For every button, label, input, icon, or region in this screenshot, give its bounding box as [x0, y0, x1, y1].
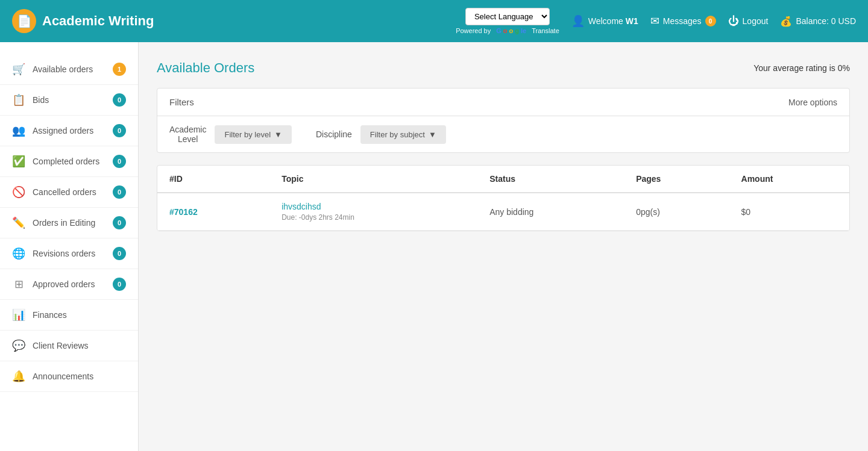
balance-label: Balance: 0 USD: [796, 16, 856, 26]
revisions-orders-badge: 0: [113, 247, 126, 260]
sidebar-item-available-orders[interactable]: 🛒 Available orders 1: [0, 54, 138, 85]
assigned-orders-badge: 0: [113, 124, 126, 137]
messages-button[interactable]: ✉ Messages 0: [650, 14, 716, 28]
welcome-label: Welcome W1: [588, 16, 638, 26]
page-title: Available Orders: [157, 60, 254, 76]
chevron-down-icon: ▼: [274, 130, 282, 139]
avg-rating: Your average rating is 0%: [753, 63, 850, 73]
logout-icon: ⏻: [728, 15, 739, 28]
sidebar-item-label: Available orders: [33, 64, 105, 74]
due-text: Due: -0dys 2hrs 24min: [281, 213, 465, 222]
cell-amount: $0: [729, 193, 849, 231]
cancelled-icon: 🚫: [12, 185, 25, 199]
main-content: Available Orders Your average rating is …: [139, 42, 868, 451]
messages-badge: 0: [705, 16, 716, 26]
revisions-icon: 🌐: [12, 247, 25, 260]
orders-table-body: #70162 ihvsdcihsd Due: -0dys 2hrs 24min …: [157, 193, 849, 231]
completed-icon: ✅: [12, 155, 25, 168]
col-topic: Topic: [269, 166, 477, 193]
available-orders-badge: 1: [113, 63, 126, 76]
main-header: Available Orders Your average rating is …: [157, 60, 850, 76]
cell-status: Any bidding: [477, 193, 624, 231]
sidebar-item-label: Completed orders: [33, 157, 105, 166]
orders-table: #ID Topic Status Pages Amount #70162 ihv…: [157, 166, 849, 231]
logout-button[interactable]: ⏻ Logout: [728, 15, 769, 28]
filters-header: Filters More options: [157, 89, 849, 116]
messages-icon: ✉: [650, 14, 659, 28]
col-amount: Amount: [729, 166, 849, 193]
col-id: #ID: [157, 166, 269, 193]
powered-by-label: Powered by Google Translate: [456, 27, 559, 34]
filter-by-level-button[interactable]: Filter by level ▼: [215, 125, 291, 144]
app-name: Academic Writing: [42, 13, 154, 29]
orders-table-card: #ID Topic Status Pages Amount #70162 ihv…: [157, 165, 850, 231]
completed-orders-badge: 0: [113, 155, 126, 168]
discipline-filter-group: Discipline Filter by subject ▼: [316, 125, 446, 144]
approved-icon: ⊞: [12, 278, 25, 291]
sidebar-item-bids[interactable]: 📋 Bids 0: [0, 85, 138, 116]
chevron-down-icon: ▼: [429, 130, 436, 139]
sidebar: 🛒 Available orders 1 📋 Bids 0 👥 Assigned…: [0, 42, 139, 451]
sidebar-item-cancelled-orders[interactable]: 🚫 Cancelled orders 0: [0, 177, 138, 208]
col-pages: Pages: [624, 166, 729, 193]
sidebar-item-label: Revisions orders: [33, 249, 105, 258]
sidebar-item-client-reviews[interactable]: 💬 Client Reviews: [0, 331, 138, 361]
academic-level-label: AcademicLevel: [169, 125, 206, 144]
announcements-icon: 🔔: [12, 370, 25, 383]
filter-by-subject-button[interactable]: Filter by subject ▼: [360, 125, 446, 144]
editing-icon: ✏️: [12, 216, 25, 229]
sidebar-item-approved-orders[interactable]: ⊞ Approved orders 0: [0, 269, 138, 300]
approved-orders-badge: 0: [113, 278, 126, 291]
editing-orders-badge: 0: [113, 216, 126, 229]
balance-display: 💰 Balance: 0 USD: [780, 16, 856, 27]
sidebar-item-label: Announcements: [33, 372, 126, 381]
topic-link[interactable]: ihvsdcihsd: [281, 202, 465, 211]
filters-body: AcademicLevel Filter by level ▼ Discipli…: [157, 116, 849, 152]
sidebar-item-label: Cancelled orders: [33, 187, 105, 197]
col-status: Status: [477, 166, 624, 193]
messages-label: Messages: [663, 16, 702, 26]
app-logo[interactable]: 📄 Academic Writing: [12, 9, 154, 33]
welcome-user: 👤 Welcome W1: [571, 14, 638, 28]
finances-icon: 📊: [12, 308, 25, 322]
logout-label: Logout: [743, 16, 769, 26]
bids-badge: 0: [113, 93, 126, 107]
user-icon: 👤: [571, 14, 585, 28]
sidebar-item-assigned-orders[interactable]: 👥 Assigned orders 0: [0, 116, 138, 146]
reviews-icon: 💬: [12, 339, 25, 352]
filters-card: Filters More options AcademicLevel Filte…: [157, 88, 850, 153]
sidebar-item-label: Assigned orders: [33, 126, 105, 135]
cell-topic: ihvsdcihsd Due: -0dys 2hrs 24min: [269, 193, 477, 231]
cell-id: #70162: [157, 193, 269, 231]
assigned-icon: 👥: [12, 124, 25, 137]
sidebar-item-label: Client Reviews: [33, 341, 126, 350]
sidebar-item-finances[interactable]: 📊 Finances: [0, 300, 138, 331]
table-header: #ID Topic Status Pages Amount: [157, 166, 849, 193]
header-nav: 👤 Welcome W1 ✉ Messages 0 ⏻ Logout 💰 Bal…: [571, 14, 856, 28]
academic-level-filter-group: AcademicLevel Filter by level ▼: [169, 125, 292, 144]
more-options-button[interactable]: More options: [788, 98, 837, 107]
logo-icon: 📄: [12, 9, 36, 33]
table-row: #70162 ihvsdcihsd Due: -0dys 2hrs 24min …: [157, 193, 849, 231]
discipline-label: Discipline: [316, 129, 352, 139]
sidebar-item-label: Finances: [33, 310, 126, 320]
sidebar-item-orders-in-editing[interactable]: ✏️ Orders in Editing 0: [0, 208, 138, 238]
cancelled-orders-badge: 0: [113, 185, 126, 199]
sidebar-item-revisions-orders[interactable]: 🌐 Revisions orders 0: [0, 238, 138, 269]
balance-icon: 💰: [780, 16, 792, 27]
bids-icon: 📋: [12, 93, 25, 107]
order-id-link[interactable]: #70162: [169, 207, 198, 217]
page-layout: 🛒 Available orders 1 📋 Bids 0 👥 Assigned…: [0, 42, 868, 451]
sidebar-item-completed-orders[interactable]: ✅ Completed orders 0: [0, 146, 138, 177]
sidebar-item-label: Orders in Editing: [33, 218, 105, 228]
cart-icon: 🛒: [12, 63, 25, 76]
sidebar-item-label: Bids: [33, 95, 105, 105]
sidebar-item-announcements[interactable]: 🔔 Announcements: [0, 361, 138, 392]
cell-pages: 0pg(s): [624, 193, 729, 231]
language-selector-container: Select LanguageEnglishSpanishFrench Powe…: [456, 8, 559, 34]
sidebar-item-label: Approved orders: [33, 279, 105, 289]
filters-title: Filters: [169, 97, 194, 107]
app-header: 📄 Academic Writing Select LanguageEnglis…: [0, 0, 868, 42]
language-select[interactable]: Select LanguageEnglishSpanishFrench: [465, 8, 550, 25]
